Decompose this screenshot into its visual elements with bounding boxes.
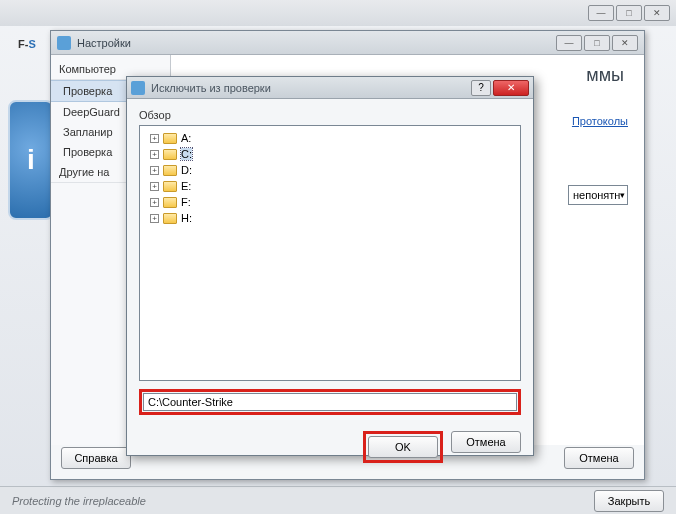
path-input[interactable] (143, 393, 517, 411)
info-icon: i (8, 100, 54, 220)
tree-item-drive-d[interactable]: + D: (144, 162, 516, 178)
shield-icon (131, 81, 145, 95)
expand-icon[interactable]: + (150, 166, 159, 175)
browse-label: Обзор (139, 109, 521, 121)
expand-icon[interactable]: + (150, 150, 159, 159)
help-button[interactable]: Справка (61, 447, 131, 469)
ok-button[interactable]: OK (368, 436, 438, 458)
tree-item-drive-f[interactable]: + F: (144, 194, 516, 210)
settings-maximize-button[interactable]: □ (584, 35, 610, 51)
folder-icon (163, 213, 177, 224)
app-close-button[interactable]: ✕ (644, 5, 670, 21)
folder-icon (163, 165, 177, 176)
app-logo: F-S (18, 30, 36, 53)
expand-icon[interactable]: + (150, 134, 159, 143)
ok-button-highlight: OK (363, 431, 443, 463)
tree-item-drive-h[interactable]: + H: (144, 210, 516, 226)
shield-icon (57, 36, 71, 50)
footer-close-button[interactable]: Закрыть (594, 490, 664, 512)
app-minimize-button[interactable]: — (588, 5, 614, 21)
path-input-highlight (139, 389, 521, 415)
exclude-title: Исключить из проверки (151, 82, 471, 94)
protocols-link[interactable]: Протоколы (572, 115, 628, 127)
expand-icon[interactable]: + (150, 198, 159, 207)
settings-minimize-button[interactable]: — (556, 35, 582, 51)
status-bar: Protecting the irreplaceable Закрыть (0, 486, 676, 514)
exclude-titlebar[interactable]: Исключить из проверки ? ✕ (127, 77, 533, 99)
exclude-close-button[interactable]: ✕ (493, 80, 529, 96)
status-text: Protecting the irreplaceable (12, 495, 146, 507)
tree-item-drive-e[interactable]: + E: (144, 178, 516, 194)
expand-icon[interactable]: + (150, 214, 159, 223)
settings-titlebar[interactable]: Настройки — □ ✕ (51, 31, 644, 55)
page-title-fragment: ммы (586, 65, 624, 86)
exclude-help-button[interactable]: ? (471, 80, 491, 96)
expand-icon[interactable]: + (150, 182, 159, 191)
tree-item-drive-a[interactable]: + A: (144, 130, 516, 146)
settings-close-button[interactable]: ✕ (612, 35, 638, 51)
folder-icon (163, 181, 177, 192)
exclude-cancel-button[interactable]: Отмена (451, 431, 521, 453)
settings-title: Настройки (77, 37, 556, 49)
folder-icon (163, 133, 177, 144)
settings-cancel-button[interactable]: Отмена (564, 447, 634, 469)
exclude-dialog: Исключить из проверки ? ✕ Обзор + A: + C… (126, 76, 534, 456)
drive-tree[interactable]: + A: + C: + D: + E: + F: (139, 125, 521, 381)
action-dropdown[interactable]: непонятн (568, 185, 628, 205)
app-titlebar: — □ ✕ (0, 0, 676, 26)
app-maximize-button[interactable]: □ (616, 5, 642, 21)
folder-icon (163, 197, 177, 208)
folder-icon (163, 149, 177, 160)
tree-item-drive-c[interactable]: + C: (144, 146, 516, 162)
